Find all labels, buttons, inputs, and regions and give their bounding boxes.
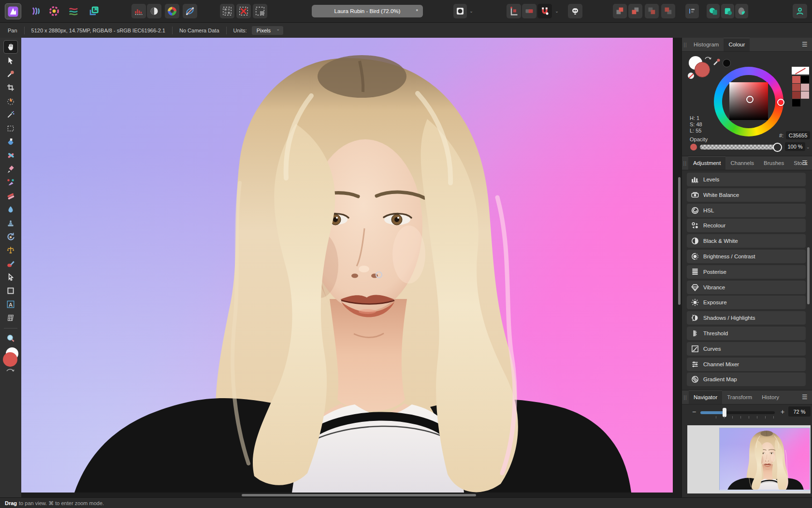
swatch[interactable] [801, 91, 809, 99]
adjustment-hsl[interactable]: HSL [687, 204, 806, 217]
swatch-none[interactable] [792, 67, 809, 75]
snapping-toggle-button[interactable] [537, 4, 552, 18]
navigator-thumbnail[interactable] [720, 428, 810, 490]
snapping-candidates-button[interactable] [522, 4, 536, 18]
no-colour-swatch[interactable] [688, 73, 694, 79]
adjustment-threshold[interactable]: Threshold [687, 327, 806, 340]
foreground-background-swatches[interactable] [682, 38, 713, 84]
zoom-tool[interactable] [4, 332, 17, 344]
healing-brush-tool[interactable] [4, 190, 17, 202]
view-mode-chevron[interactable]: ⌄ [468, 4, 475, 18]
smudge-tool[interactable] [4, 257, 17, 270]
text-tool[interactable]: A [4, 298, 17, 311]
arrange-forward-button[interactable] [628, 4, 642, 18]
adjust-tab-brushes[interactable]: Brushes [759, 156, 789, 170]
zoom-slider-thumb[interactable] [723, 408, 726, 417]
nav-tab-history[interactable]: History [757, 390, 784, 404]
selection-brush-tool[interactable] [4, 95, 17, 107]
foreground-colour-well[interactable] [3, 352, 17, 367]
colour-tab-colour[interactable]: Colour [724, 38, 750, 51]
insert-ontop-button[interactable] [735, 4, 748, 18]
adjustment-white-balance[interactable]: White Balance [687, 188, 806, 202]
navigator-preview[interactable] [687, 425, 811, 493]
foreground-colour-swatch[interactable] [695, 62, 710, 77]
swatch[interactable] [792, 76, 800, 83]
arrange-to-back-button[interactable] [661, 4, 675, 18]
erase-tool[interactable] [4, 149, 17, 162]
nav-tab-navigator[interactable]: Navigator [689, 390, 722, 404]
insert-behind-button[interactable] [707, 4, 720, 18]
adjustment-brightness-contrast[interactable]: Brightness / Contrast [687, 250, 806, 263]
units-dropdown[interactable]: Pixels [252, 26, 283, 35]
insert-inside-button[interactable] [721, 4, 734, 18]
export-persona-button[interactable] [86, 4, 102, 18]
zoom-in-button[interactable]: + [779, 408, 786, 416]
panel-grip[interactable]: || [682, 390, 689, 404]
nav-tab-transform[interactable]: Transform [722, 390, 757, 404]
adjustment-posterise[interactable]: Posterise [687, 265, 806, 279]
auto-contrast-button[interactable] [147, 4, 161, 18]
opacity-value[interactable]: 100 % [785, 142, 805, 151]
tone-mapping-persona-button[interactable] [46, 4, 62, 18]
colour-picker-icon[interactable] [712, 57, 722, 67]
marquee-tool[interactable] [4, 122, 17, 134]
shape-tool[interactable] [4, 284, 17, 297]
adjustment-black-white[interactable]: Black & White [687, 234, 806, 248]
adjustment-levels[interactable]: Levels [687, 173, 806, 186]
document-canvas[interactable] [21, 38, 673, 493]
swatch[interactable] [801, 84, 809, 91]
snapping-chevron[interactable]: ⌄ [553, 4, 560, 18]
snapping-presets-button[interactable] [507, 4, 521, 18]
adjust-tab-channels[interactable]: Channels [725, 156, 759, 170]
swap-colours-icon[interactable] [704, 55, 712, 61]
mesh-warp-tool[interactable] [4, 312, 17, 324]
account-button[interactable] [793, 4, 807, 18]
colour-picker-tool[interactable] [4, 68, 17, 80]
arrange-to-front-button[interactable] [613, 4, 627, 18]
opacity-chevron[interactable]: ⌄ [806, 145, 810, 149]
adjustment-gradient-map[interactable]: Gradient Map [687, 373, 806, 386]
adjustment-curves[interactable]: Curves [687, 342, 806, 356]
blur-tool[interactable] [4, 203, 17, 216]
canvas-vertical-scrollbar[interactable] [678, 177, 681, 305]
zoom-slider[interactable] [700, 411, 775, 414]
adjustment-panel-menu-icon[interactable]: ☰ [802, 160, 810, 166]
navigator-panel-menu-icon[interactable]: ☰ [802, 394, 810, 401]
swatch[interactable] [792, 99, 800, 106]
dodge-burn-tool[interactable] [4, 244, 17, 256]
canvas-horizontal-scrollbar[interactable] [242, 494, 476, 496]
adjustment-scrollbar[interactable] [807, 247, 810, 304]
photo-persona-button[interactable] [5, 3, 21, 19]
paint-brush-tool[interactable] [4, 163, 17, 175]
arrange-backward-button[interactable] [645, 4, 659, 18]
hex-input[interactable]: C35655 [786, 131, 810, 139]
select-all-button[interactable] [220, 4, 234, 18]
view-tool[interactable] [4, 41, 17, 53]
picked-colour-swatch[interactable] [723, 59, 731, 67]
crop-tool[interactable] [4, 81, 17, 94]
flood-fill-tool[interactable] [4, 135, 17, 148]
auto-levels-button[interactable] [131, 4, 146, 18]
undo-brush-tool[interactable] [4, 230, 17, 243]
panel-grip[interactable]: || [682, 156, 688, 170]
colour-replacement-tool[interactable] [4, 176, 17, 189]
adjustment-exposure[interactable]: Exposure [687, 296, 806, 309]
adjustment-vibrance[interactable]: Vibrance [687, 281, 806, 294]
adjustment-channel-mixer[interactable]: Channel Mixer [687, 358, 806, 371]
auto-white-balance-button[interactable] [183, 4, 197, 18]
hue-marker[interactable] [777, 99, 784, 106]
adjust-tab-adjustment[interactable]: Adjustment [688, 156, 726, 170]
adjustment-recolour[interactable]: Recolour [687, 219, 806, 232]
saturation-marker[interactable] [746, 96, 754, 103]
alignment-button[interactable] [685, 4, 699, 18]
opacity-slider-knob[interactable] [773, 143, 782, 152]
flood-select-tool[interactable] [4, 108, 17, 121]
swatch[interactable] [792, 84, 800, 91]
move-tool[interactable] [4, 54, 17, 67]
auto-colour-button[interactable] [165, 4, 179, 18]
assistant-button[interactable] [568, 4, 582, 18]
view-mode-button[interactable] [453, 4, 467, 18]
tool-colour-well[interactable] [2, 347, 19, 367]
invert-selection-button[interactable] [253, 4, 267, 18]
liquify-persona-button[interactable] [66, 4, 81, 18]
